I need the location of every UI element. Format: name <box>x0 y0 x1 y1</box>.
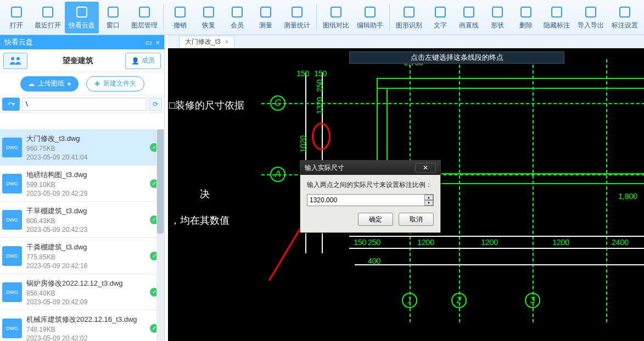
file-item[interactable]: DWG干粪棚建筑_t3.dwg775.85KB2023-05-09 20:42:… <box>0 238 164 274</box>
hint-text: 点击左键选择这条线段的终点 <box>411 53 503 62</box>
svg-rect-12 <box>404 7 414 17</box>
upload-row: ☁ 上传图纸 ▾ ✚ 新建文件夹 <box>0 72 164 95</box>
ribbon-undo[interactable]: 撤销 <box>166 2 194 33</box>
file-item[interactable]: DWG机械库建筑修改2022.12.16_t3.dwg748.19KB2023-… <box>0 310 164 341</box>
new-folder-button[interactable]: ✚ 新建文件夹 <box>86 76 144 92</box>
ribbon-line[interactable]: 画直线 <box>455 2 483 33</box>
panel-close-icon[interactable]: × <box>155 38 160 47</box>
ribbon-compare[interactable]: 图纸对比 <box>319 2 353 33</box>
ribbon-redo[interactable]: 恢复 <box>194 2 223 33</box>
dialog-close-icon[interactable]: ✕ <box>415 163 436 173</box>
ribbon-stats[interactable]: 测量统计 <box>280 2 314 33</box>
input-dimension-dialog: 输入实际尺寸 ✕ 输入两点之间的实际尺寸来设置标注比例： ▲▼ 确定 取消 <box>300 160 441 233</box>
dwg-icon: DWG <box>2 138 22 157</box>
ribbon-vip[interactable]: 会员 <box>223 2 251 33</box>
cloud-panel: 快看云盘 ▭ × 望奎建筑 👤 成员 ☁ 上传图纸 ▾ ✚ 新建文件夹 ↶▾ ⟳… <box>0 35 165 341</box>
ok-button[interactable]: 确定 <box>358 213 393 226</box>
folder-plus-icon: ✚ <box>94 80 100 88</box>
file-item[interactable]: DWG大门修改_t3.dwg960.75KB2023-05-09 20:41:0… <box>0 129 164 166</box>
file-item[interactable]: DWG干草棚建筑_t3.dwg806.43KB2023-05-09 20:42:… <box>0 202 164 238</box>
file-size: 806.43KB <box>26 217 150 225</box>
grid-bubble: 1 <box>402 293 417 308</box>
main-ribbon: 打开最近打开快看云盘窗口图层管理撤销恢复会员测量测量统计图纸对比编辑助手图形识别… <box>0 0 644 35</box>
dialog-title-bar[interactable]: 输入实际尺寸 ✕ <box>300 161 440 175</box>
org-icon[interactable] <box>3 53 27 69</box>
ribbon-layers[interactable]: 图层管理 <box>127 2 161 33</box>
ribbon-label: 图形识别 <box>396 21 422 30</box>
cloud-up-icon: ☁ <box>28 80 35 88</box>
member-button[interactable]: 👤 成员 <box>125 53 161 69</box>
file-date: 2023-05-09 20:42:23 <box>26 226 150 234</box>
path-input[interactable] <box>22 98 147 111</box>
svg-rect-13 <box>435 7 445 17</box>
path-row: ↶▾ ⟳ <box>0 95 164 113</box>
ribbon-recognize[interactable]: 图形识别 <box>392 2 426 33</box>
file-item[interactable]: DWG地磅结构图_t3.dwg599.10KB2023-05-09 20:42:… <box>0 166 164 202</box>
file-size: 599.10KB <box>26 181 150 189</box>
hint-bar: 点击左键选择这条线段的终点 <box>349 52 564 64</box>
dim-text: 1200 <box>481 238 498 247</box>
panel-pin-icon[interactable]: ▭ <box>145 38 152 47</box>
document-tab[interactable]: 大门修改_t3 × <box>179 36 234 48</box>
dim-text: 1200 <box>552 238 569 247</box>
refresh-button[interactable]: ⟳ <box>149 98 162 111</box>
dim-text: 1020 <box>299 135 307 152</box>
ribbon-assist[interactable]: 编辑助手 <box>353 2 387 33</box>
cancel-button[interactable]: 取消 <box>399 213 434 226</box>
svg-rect-6 <box>204 7 214 17</box>
settings-icon <box>617 4 632 20</box>
hide-icon <box>549 4 564 20</box>
ribbon-text[interactable]: 文字 <box>426 2 455 33</box>
upload-label: 上传图纸 <box>38 79 64 88</box>
ribbon-delete[interactable]: 删除 <box>512 2 540 33</box>
ribbon-measure[interactable]: 测量 <box>251 2 280 33</box>
dialog-title: 输入实际尺寸 <box>305 163 344 173</box>
ribbon-cloud[interactable]: 快看云盘 <box>65 2 99 33</box>
panel-title-bar: 快看云盘 ▭ × <box>0 35 164 49</box>
dim-text: 400 <box>368 257 380 265</box>
svg-rect-16 <box>521 7 531 17</box>
ribbon-window[interactable]: 窗口 <box>99 2 127 33</box>
file-date: 2023-05-09 20:42:16 <box>26 262 150 270</box>
ribbon-label: 画直线 <box>459 21 479 30</box>
svg-rect-10 <box>331 7 341 17</box>
stats-icon <box>289 4 305 20</box>
ribbon-shape[interactable]: 形状 <box>483 2 512 33</box>
svg-rect-2 <box>77 7 87 17</box>
recent-icon <box>40 4 55 20</box>
svg-rect-4 <box>139 7 149 17</box>
new-folder-label: 新建文件夹 <box>103 79 136 88</box>
spinner-down-icon[interactable]: ▼ <box>424 200 433 206</box>
member-label: 成员 <box>142 56 155 65</box>
ribbon-label: 隐藏标注 <box>544 21 570 30</box>
dim-line <box>349 248 644 249</box>
ribbon-folder[interactable]: 打开 <box>2 2 31 33</box>
back-dropdown[interactable]: ↶▾ <box>2 98 20 111</box>
file-list: DWG大门修改_t3.dwg960.75KB2023-05-09 20:41:0… <box>0 129 164 341</box>
ribbon-hide[interactable]: 隐藏标注 <box>540 2 574 33</box>
window-icon <box>105 4 121 20</box>
spinner-up-icon[interactable]: ▲ <box>424 195 433 200</box>
dimension-input[interactable] <box>307 194 434 206</box>
spinner[interactable]: ▲▼ <box>424 195 433 206</box>
close-tab-icon[interactable]: × <box>225 38 232 45</box>
redo-icon <box>201 4 216 20</box>
file-date: 2023-05-09 20:42:29 <box>26 190 150 197</box>
ribbon-settings[interactable]: 标注设置 <box>608 2 642 33</box>
person-icon: 👤 <box>131 57 139 65</box>
file-item[interactable]: DWG锅炉房修改2022.12.12_t3.dwg856.40KB2023-05… <box>0 274 164 310</box>
scrollbar-thumb[interactable] <box>157 129 164 234</box>
svg-rect-9 <box>292 7 302 17</box>
line-icon <box>461 4 477 20</box>
file-name: 干草棚建筑_t3.dwg <box>26 206 150 216</box>
scrollbar-track[interactable] <box>156 129 164 341</box>
ribbon-label: 快看云盘 <box>69 21 95 30</box>
dim-text: 250 <box>368 238 380 247</box>
dim-text: 150 <box>354 238 366 247</box>
ribbon-recent[interactable]: 最近打开 <box>31 2 65 33</box>
tab-bar: 大门修改_t3 × <box>168 35 644 48</box>
vip-icon <box>229 4 245 20</box>
upload-button[interactable]: ☁ 上传图纸 ▾ <box>20 76 79 92</box>
ribbon-label: 编辑助手 <box>357 21 383 30</box>
ribbon-io[interactable]: 导入导出 <box>574 2 608 33</box>
